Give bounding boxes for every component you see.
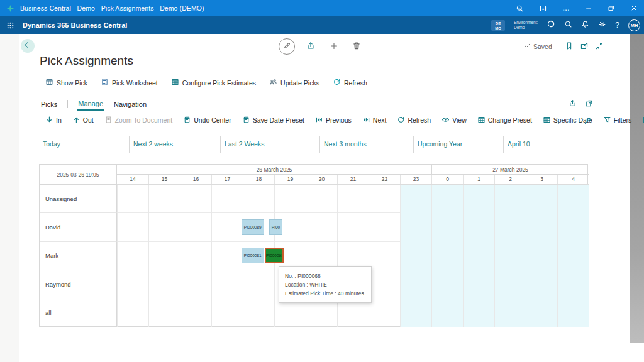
- arrow-up-icon: [72, 116, 80, 125]
- action-previous[interactable]: Previous: [315, 116, 352, 125]
- quicklink-last-2-weeks[interactable]: Last 2 Weeks: [220, 136, 319, 153]
- gantt-hour-23: 23: [400, 175, 431, 184]
- gantt-datetime-label: 2025-03-26 19:05: [40, 165, 117, 185]
- archive-icon: [242, 116, 250, 125]
- open-in-excel-icon[interactable]: [585, 99, 593, 110]
- pick-bar-pi000081[interactable]: PI000081: [242, 248, 265, 263]
- bookmark-icon[interactable]: [565, 41, 574, 50]
- gantt-day-header: 26 March 202527 March 2025: [117, 165, 589, 175]
- arrow-down-icon: [45, 116, 53, 125]
- gantt-hour-18: 18: [243, 175, 274, 184]
- gantt-resource-mark: Mark: [40, 242, 117, 270]
- tab-navigation[interactable]: Navigation: [113, 99, 147, 110]
- action-view[interactable]: View: [441, 116, 467, 125]
- table-icon: [171, 78, 179, 87]
- pick-bar-pi00[interactable]: PI00: [269, 219, 282, 235]
- help-icon[interactable]: ?: [615, 21, 619, 30]
- action-out[interactable]: Out: [72, 116, 94, 125]
- app-header: Dynamics 365 Business Central DE MO Envi…: [0, 16, 644, 34]
- collapse-icon[interactable]: [595, 41, 604, 50]
- command-update-picks[interactable]: Update Picks: [269, 78, 319, 87]
- window-title: Business Central - Demo - Pick Assignmen…: [20, 4, 204, 12]
- gantt-hour-22: 22: [369, 175, 400, 184]
- environment-text: Environment: Demo: [514, 20, 538, 30]
- gantt-day-27-march-2025: 27 March 2025: [431, 165, 589, 175]
- restore-button[interactable]: [608, 4, 615, 12]
- gantt-hour-1: 1: [463, 175, 494, 184]
- environment-badge[interactable]: DE MO: [491, 20, 505, 31]
- current-time-marker: [235, 182, 235, 327]
- browser-menu-icon[interactable]: …: [562, 5, 570, 11]
- view-icon: [441, 116, 450, 125]
- worksheet-icon: [101, 78, 109, 87]
- action-save-date-preset[interactable]: Save Date Preset: [242, 116, 304, 125]
- command-show-pick[interactable]: Show Pick: [45, 78, 87, 87]
- pick-bar-pi000089[interactable]: PI000089: [242, 219, 265, 235]
- user-avatar[interactable]: MH: [628, 19, 640, 31]
- share-button[interactable]: [306, 41, 315, 50]
- action-next[interactable]: Next: [362, 116, 387, 125]
- share-page-icon[interactable]: [569, 99, 577, 110]
- new-button[interactable]: [330, 41, 338, 50]
- check-icon: [524, 42, 531, 50]
- back-button[interactable]: [21, 39, 35, 53]
- open-in-window-icon[interactable]: [580, 41, 589, 50]
- product-name[interactable]: Dynamics 365 Business Central: [23, 21, 127, 29]
- quicklink-next-3-months[interactable]: Next 3 months: [319, 136, 413, 153]
- quicklink-upcoming-year[interactable]: Upcoming Year: [413, 136, 503, 153]
- tab-picks[interactable]: Picks: [40, 99, 58, 110]
- command-pick-worksheet[interactable]: Pick Worksheet: [101, 78, 158, 87]
- gantt-resource-labels: UnassignedDavidMarkRaymondall: [40, 185, 117, 327]
- refresh-icon: [333, 78, 341, 87]
- pick-bar-pi000068[interactable]: PI000068: [265, 248, 284, 263]
- minimize-button[interactable]: [585, 4, 592, 12]
- action-bar: InOutZoom To DocumentUndo CenterSave Dat…: [40, 112, 606, 128]
- quicklink-april-10[interactable]: April 10: [503, 136, 591, 153]
- gantt-hour-17: 17: [211, 175, 243, 184]
- gantt-resource-unassigned: Unassigned: [40, 185, 117, 213]
- browser-zoom-out-icon[interactable]: [516, 4, 524, 13]
- gantt-hour-0: 0: [431, 175, 463, 184]
- delete-button[interactable]: [352, 41, 361, 50]
- next-icon: [362, 116, 370, 125]
- tab-manage[interactable]: Manage: [77, 98, 104, 111]
- settings-gear-icon[interactable]: [598, 19, 606, 31]
- screen: Business Central - Demo - Pick Assignmen…: [0, 0, 644, 362]
- tooltip-line-no: No. : PI000068: [285, 272, 365, 280]
- app-launcher-icon[interactable]: [6, 21, 15, 30]
- right-edge-band: [630, 34, 644, 343]
- gantt-resource-raymond: Raymond: [40, 270, 117, 299]
- gantt-hour-14: 14: [117, 175, 148, 184]
- svg-text:1: 1: [542, 6, 545, 10]
- quicklink-today[interactable]: Today: [40, 136, 129, 153]
- gantt-hour-20: 20: [306, 175, 337, 184]
- quick-date-links: TodayNext 2 weeksLast 2 WeeksNext 3 mont…: [40, 136, 597, 153]
- people-icon: [269, 78, 277, 87]
- search-icon[interactable]: [564, 19, 572, 31]
- action-in[interactable]: In: [45, 116, 62, 125]
- command-configure-pick-estimates[interactable]: Configure Pick Estimates: [171, 78, 256, 87]
- dynamics365-icon[interactable]: [547, 19, 555, 31]
- edit-button[interactable]: [279, 38, 295, 55]
- gantt-timeline: PI000089PI00PI000081PI000068: [117, 185, 589, 327]
- quicklink-next-2-weeks[interactable]: Next 2 weeks: [129, 136, 220, 153]
- action-change-preset[interactable]: Change Preset: [477, 116, 532, 125]
- back-arrow-icon: [24, 40, 32, 52]
- tab-count-icon[interactable]: 1: [539, 4, 547, 13]
- gantt-hour-header: 1415161718192021222301234: [117, 175, 589, 185]
- command-refresh[interactable]: Refresh: [333, 78, 367, 87]
- action-undo-center[interactable]: Undo Center: [183, 116, 231, 125]
- action-filters[interactable]: Filters: [603, 116, 632, 125]
- notifications-bell-icon[interactable]: [581, 19, 589, 31]
- gantt-hour-3: 3: [526, 175, 557, 184]
- save-status: Saved: [524, 42, 552, 50]
- close-button[interactable]: [630, 4, 638, 12]
- action-refresh[interactable]: Refresh: [397, 116, 431, 125]
- gantt-hour-2: 2: [494, 175, 526, 184]
- gantt-tooltip: No. : PI000068 Location : WHITE Estimate…: [279, 266, 372, 303]
- table-icon: [477, 116, 486, 125]
- gantt-hour-19: 19: [274, 175, 306, 184]
- archive-icon: [183, 116, 191, 125]
- command-bar: Show PickPick WorksheetConfigure Pick Es…: [40, 75, 606, 90]
- pin-icon[interactable]: [584, 116, 592, 128]
